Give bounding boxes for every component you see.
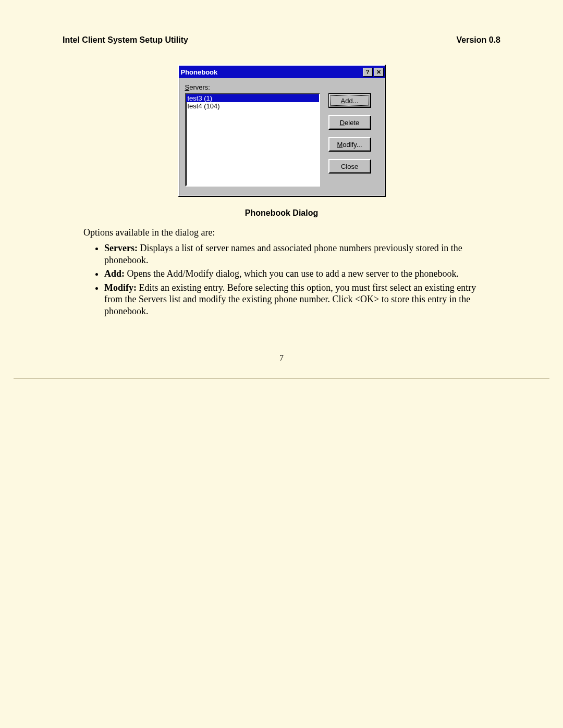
- delete-button[interactable]: Delete: [328, 115, 371, 130]
- options-intro: Options available in the dialog are:: [83, 227, 527, 238]
- dialog-titlebar[interactable]: Phonebook ? ✕: [179, 66, 385, 78]
- document-page: Intel Client System Setup Utility Versio…: [0, 0, 563, 728]
- close-button[interactable]: Close: [328, 159, 371, 174]
- dialog-title: Phonebook: [181, 68, 362, 76]
- page-header: Intel Client System Setup Utility Versio…: [36, 31, 527, 49]
- list-item[interactable]: test4 (104): [186, 102, 319, 110]
- option-term: Add:: [104, 268, 125, 279]
- dialog-body: Servers: test3 (1)test4 (104) Add... Del…: [179, 78, 385, 196]
- header-title: Intel Client System Setup Utility: [63, 35, 188, 45]
- figure-caption: Phonebook Dialog: [36, 208, 527, 218]
- servers-label: Servers:: [185, 83, 378, 91]
- figure: Phonebook ? ✕ Servers: test3 (1)test4 (1…: [36, 65, 527, 197]
- page-number: 7: [36, 353, 527, 363]
- help-icon[interactable]: ?: [363, 68, 373, 77]
- servers-label-text: ervers:: [189, 83, 210, 91]
- modify-button-label: odify...: [342, 141, 362, 149]
- delete-button-label: elete: [345, 119, 359, 127]
- list-item[interactable]: test3 (1): [186, 94, 319, 102]
- options-list: Servers: Displays a list of server names…: [104, 242, 495, 317]
- option-term: Modify:: [104, 282, 137, 293]
- header-version: Version 0.8: [457, 35, 501, 45]
- close-button-label: Close: [341, 163, 358, 170]
- footer-divider: [14, 378, 549, 379]
- dialog-button-column: Add... Delete Modify... Close: [328, 93, 371, 187]
- delete-button-mnemonic: D: [340, 119, 345, 127]
- options-list-item: Modify: Edits an existing entry. Before …: [104, 282, 495, 317]
- close-icon[interactable]: ✕: [374, 68, 384, 77]
- options-list-item: Add: Opens the Add/Modify dialog, which …: [104, 268, 495, 280]
- servers-label-mnemonic: S: [185, 83, 190, 91]
- add-button-mnemonic: A: [341, 97, 346, 105]
- option-description: Displays a list of server names and asso…: [104, 243, 462, 265]
- option-description: Opens the Add/Modify dialog, which you c…: [125, 268, 459, 279]
- modify-button-mnemonic: M: [337, 141, 342, 149]
- phonebook-dialog: Phonebook ? ✕ Servers: test3 (1)test4 (1…: [178, 65, 386, 197]
- options-list-item: Servers: Displays a list of server names…: [104, 242, 495, 266]
- option-term: Servers:: [104, 243, 138, 253]
- modify-button[interactable]: Modify...: [328, 137, 371, 152]
- option-description: Edits an existing entry. Before selectin…: [104, 282, 476, 316]
- add-button[interactable]: Add...: [328, 93, 371, 108]
- servers-listbox[interactable]: test3 (1)test4 (104): [185, 93, 320, 187]
- add-button-label: dd...: [345, 97, 358, 105]
